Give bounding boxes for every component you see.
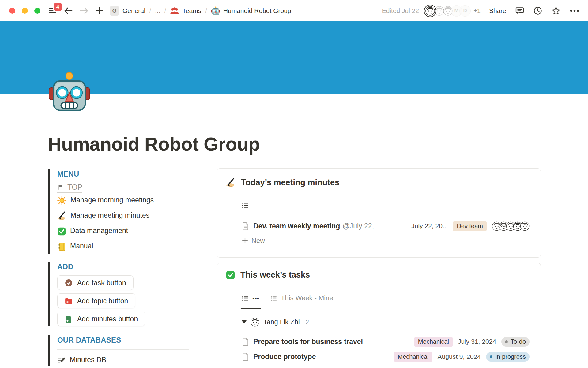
more-options-button[interactable]: [570, 9, 579, 12]
forward-button[interactable]: [80, 7, 89, 15]
attendee-avatar-stack: [492, 221, 530, 231]
due-date: August 9, 2024: [438, 353, 481, 360]
status-label: To-do: [511, 338, 526, 345]
divider: [57, 349, 189, 350]
status-badge: In progress: [486, 352, 530, 362]
card-title[interactable]: Today’s meeting minutes: [241, 178, 339, 187]
status-dot-icon: [505, 340, 508, 343]
avatar-overflow-count[interactable]: +1: [473, 7, 481, 14]
list-view-icon: [270, 294, 277, 302]
breadcrumb-root[interactable]: General: [123, 7, 145, 14]
notion-window: 4 G General / ... / Teams / Humanoid Rob…: [0, 0, 588, 368]
breadcrumb-teams[interactable]: Teams: [170, 6, 201, 15]
teams-people-icon: [170, 6, 179, 15]
status-label: In progress: [495, 353, 526, 360]
back-button[interactable]: [64, 7, 73, 15]
menu-link-morning-meetings[interactable]: Manage morning meetings: [57, 193, 189, 208]
breadcrumb-separator: /: [164, 7, 166, 14]
menu-link-label: Manage morning meetings: [70, 196, 154, 205]
notification-badge: 4: [54, 3, 62, 11]
menu-link-meeting-minutes[interactable]: Manage meeting minutes: [57, 208, 189, 224]
breadcrumb-current-page[interactable]: Humanoid Robot Group: [211, 6, 291, 15]
task-title: Produce prototype: [253, 353, 316, 361]
page-doc-icon: [242, 338, 249, 346]
meeting-row[interactable]: Dev. team weekly meeting@July 22, ... Ju…: [217, 219, 541, 233]
comments-button[interactable]: [515, 6, 524, 15]
top-link-label: TOP: [67, 183, 82, 191]
last-edited-label: Edited Jul 22: [382, 7, 419, 14]
view-tab[interactable]: ---: [242, 197, 259, 215]
menu-link-manual[interactable]: Manual: [57, 239, 189, 254]
view-tab-this-week-mine[interactable]: This Week - Mine: [270, 287, 333, 309]
page-doc-icon: [242, 222, 249, 230]
menu-section: MENU TOP Manage morning meetings Manage …: [48, 169, 189, 254]
menu-link-data-management[interactable]: Data management: [57, 224, 189, 239]
menu-link-label: Manage meeting minutes: [70, 211, 149, 220]
menu-link-label: Data management: [70, 227, 128, 236]
add-topic-button[interactable]: Add topic button: [57, 293, 135, 308]
collapse-triangle-icon[interactable]: [242, 320, 247, 324]
breadcrumb-separator: /: [149, 7, 151, 14]
breadcrumb-ellipsis[interactable]: ...: [155, 7, 160, 14]
new-row-button[interactable]: New: [217, 235, 541, 247]
view-tab-label: This Week - Mine: [281, 294, 333, 302]
task-row[interactable]: Produce prototype Mechanical August 9, 2…: [217, 350, 541, 364]
flag-icon: [57, 184, 64, 190]
robot-emoji-icon: [211, 6, 220, 15]
card-title[interactable]: This week’s tasks: [240, 270, 310, 280]
category-tag: Mechanical: [414, 337, 453, 347]
meeting-date-property: July 22, 20...: [411, 222, 448, 230]
view-tab-label: ---: [252, 202, 259, 210]
list-view-icon: [242, 294, 249, 302]
add-topic-label: Add topic button: [77, 297, 128, 305]
share-button[interactable]: Share: [489, 7, 506, 14]
category-tag: Mechanical: [394, 352, 432, 362]
add-section: ADD Add task button Add topic button Add…: [48, 262, 189, 326]
favorite-star-button[interactable]: [551, 6, 561, 15]
group-name: Tang Lik Zhi: [263, 318, 300, 326]
updates-clock-button[interactable]: [533, 6, 542, 15]
add-task-label: Add task button: [77, 279, 126, 287]
group-header-row[interactable]: Tang Lik Zhi 2: [217, 316, 541, 328]
database-link-minutes-db[interactable]: Minutes DB: [57, 355, 189, 366]
check-icon: [226, 270, 235, 280]
writing-hand-icon: [226, 178, 236, 188]
task-title: Prepare tools for business travel: [253, 338, 363, 346]
menu-link-label: Manual: [70, 242, 93, 251]
page-title[interactable]: Humanoid Robot Group: [48, 133, 260, 155]
view-tab-active[interactable]: ---: [242, 287, 259, 309]
add-task-button[interactable]: Add task button: [57, 275, 134, 290]
group-count: 2: [306, 319, 309, 326]
ledger-icon: [57, 242, 66, 251]
divider: [239, 215, 533, 215]
add-minutes-button[interactable]: Add minutes button: [57, 312, 145, 326]
new-tab-button[interactable]: [96, 7, 104, 15]
plus-icon: [242, 237, 248, 244]
divider: [239, 309, 533, 309]
workspace-icon[interactable]: G: [110, 6, 119, 16]
list-view-icon: [242, 202, 249, 209]
page-robot-emoji-icon[interactable]: [48, 71, 90, 113]
databases-section: OUR DATABASES Minutes DB: [48, 335, 189, 366]
avatar-initial-d[interactable]: D: [459, 5, 471, 17]
page-doc-icon: [242, 353, 249, 361]
folder-plus-icon: [65, 297, 73, 305]
meeting-date-mention: @July 22, ...: [342, 222, 382, 230]
team-tag: Dev team: [453, 221, 487, 231]
task-row[interactable]: Prepare tools for business travel Mechan…: [217, 335, 541, 348]
zoom-window-button[interactable]: [34, 8, 40, 14]
sidebar-toggle-button[interactable]: 4: [48, 7, 57, 14]
group-avatar: [251, 318, 259, 327]
avatar[interactable]: [424, 5, 436, 17]
database-link-label: Minutes DB: [70, 356, 106, 365]
status-badge: To-do: [501, 337, 530, 347]
titlebar: 4 G General / ... / Teams / Humanoid Rob…: [0, 0, 588, 21]
breadcrumb-page-label: Humanoid Robot Group: [223, 7, 291, 14]
status-dot-icon: [490, 355, 492, 358]
top-anchor-link[interactable]: TOP: [57, 183, 82, 193]
new-row-label: New: [251, 237, 265, 245]
presence-avatar-stack[interactable]: M D: [424, 5, 471, 17]
minimize-window-button[interactable]: [22, 8, 28, 14]
view-tab-label: ---: [252, 294, 259, 302]
close-window-button[interactable]: [9, 8, 15, 14]
